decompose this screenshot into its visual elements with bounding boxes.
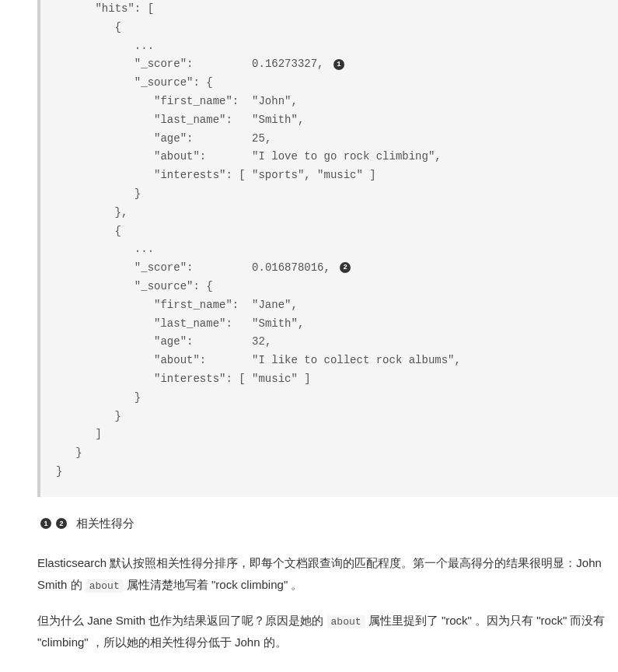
code-text: "last_name": — [154, 114, 232, 126]
content-area: 1 2 相关性得分 Elasticsearch 默认按照相关性得分排序，即每个文… — [0, 497, 618, 672]
code-text: "Jane", — [252, 299, 298, 311]
code-text: "I like to collect rock albums", — [252, 354, 461, 366]
code-text: "_score": — [134, 261, 194, 274]
code-text: "interests": — [154, 169, 232, 181]
code-text: ... — [134, 243, 154, 255]
code-text: [ "music" ] — [239, 373, 310, 385]
code-text: "about": — [154, 150, 206, 163]
code-text: 0.016878016, — [252, 261, 330, 274]
callout-2-icon: 2 — [56, 518, 67, 529]
callout-legend: 1 2 相关性得分 — [37, 513, 610, 534]
paragraph-3: 这是一个很好的案例，阐明了 Elasticsearch 如何 在全文属性上搜索并… — [37, 667, 610, 672]
inline-code-about: about — [86, 579, 124, 593]
paragraph-1: Elasticsearch 默认按照相关性得分排序，即每个文档跟查询的匹配程度。… — [37, 552, 610, 596]
legend-text: 相关性得分 — [76, 513, 134, 534]
code-text: "about": — [154, 354, 206, 366]
code-text: "Smith", — [252, 317, 304, 330]
code-text: "age": — [154, 132, 193, 145]
callout-1-icon: 1 — [333, 59, 344, 70]
code-text: "last_name": — [154, 317, 232, 330]
code-text: "_source": { — [134, 280, 213, 292]
code-text: "I love to go rock climbing", — [252, 150, 442, 163]
code-text: "_source": { — [134, 76, 213, 89]
code-text: "_score": — [134, 58, 194, 70]
code-text: "first_name": — [154, 299, 239, 311]
code-text: ... — [134, 40, 154, 52]
code-text: 25, — [252, 132, 271, 145]
callout-1-icon: 1 — [40, 518, 51, 529]
code-text: "hits": [ — [95, 2, 154, 15]
callout-2-icon: 2 — [340, 262, 351, 273]
text: 但为什么 Jane Smith 也作为结果返回了呢？原因是她的 — [37, 614, 327, 627]
code-text: 32, — [252, 335, 271, 348]
code-text: "age": — [154, 335, 193, 348]
inline-code-about: about — [327, 615, 365, 628]
code-text: 0.16273327, — [252, 58, 323, 70]
text: 属性清楚地写着 "rock climbing" 。 — [124, 578, 303, 591]
paragraph-2: 但为什么 Jane Smith 也作为结果返回了呢？原因是她的 about 属性… — [37, 610, 610, 653]
code-text: "Smith", — [252, 114, 304, 126]
code-block: "hits": [ { ... "_score": 0.16273327, 1 … — [37, 0, 618, 497]
code-text: "John", — [252, 95, 298, 107]
code-text: "first_name": — [154, 95, 239, 107]
code-text: [ "sports", "music" ] — [239, 169, 375, 181]
code-text: "interests": — [154, 373, 232, 385]
